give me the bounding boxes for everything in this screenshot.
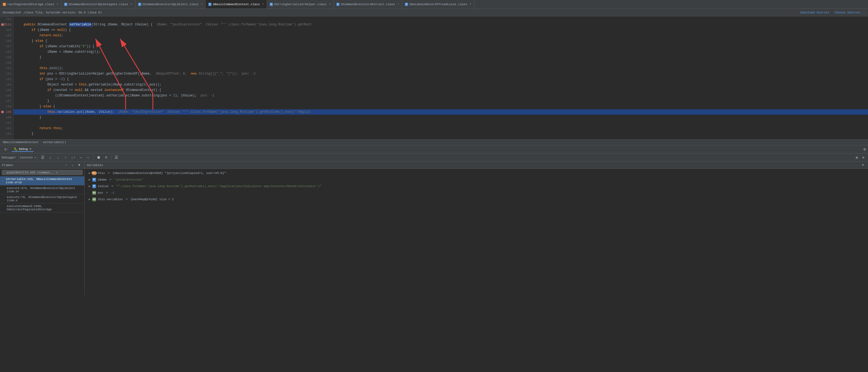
- toolbar-btn-step-into[interactable]: ↓: [54, 154, 61, 161]
- layout-btn-1[interactable]: ▤: [854, 155, 860, 160]
- tab-close-2[interactable]: ×: [131, 3, 132, 6]
- debug-tab-debug[interactable]: 🐛 Debug ×: [12, 147, 34, 152]
- var-item-variables: ▶ oo this.variables = {HashMap@24189} si…: [85, 196, 868, 203]
- tab-close-6[interactable]: ×: [397, 3, 399, 6]
- tab-label-5: OStringSerializerHelper.class: [274, 3, 327, 6]
- var-name-this: this: [98, 171, 105, 176]
- var-icon-pos: oo: [92, 191, 96, 195]
- code-line-140: }: [14, 115, 868, 120]
- breakpoint-dot-123: [1, 23, 4, 26]
- toolbar-btn-breakpoints[interactable]: ⏺: [95, 154, 102, 161]
- frame-item-3[interactable]: executeCommand:3400, OAbstractPaginatedS…: [0, 203, 84, 212]
- code-line-137: }: [14, 98, 868, 104]
- code-line-141: [14, 120, 868, 126]
- gutter: 122 @ 123 124 125 126 127 128 129 130 13…: [0, 17, 14, 139]
- var-name-ivalue: iValue: [98, 184, 108, 189]
- tab-ocommandexecutorsqldelegate[interactable]: C OCommandExecutorSQLDelegate.class ×: [61, 0, 135, 8]
- toolbar-btn-mute[interactable]: ≡: [103, 154, 110, 161]
- variables-add-btn[interactable]: +: [860, 163, 866, 168]
- toolbar-btn-settings[interactable]: ☰: [113, 154, 120, 161]
- debug-tab-close[interactable]: ×: [29, 147, 31, 151]
- line-num-123: @ 123: [0, 22, 13, 27]
- info-links: Download Sources Choose Sources...: [800, 11, 865, 14]
- tab-close-7[interactable]: ×: [470, 3, 471, 6]
- breadcrumb-method: setVariable(): [43, 141, 66, 144]
- tab-close-4[interactable]: ×: [262, 3, 264, 6]
- toolbar-btn-resume[interactable]: ☰: [39, 154, 46, 161]
- tab-close-5[interactable]: ×: [329, 3, 331, 6]
- console-dropdown[interactable]: ▾: [34, 156, 36, 159]
- line-num-142: 142: [0, 126, 13, 131]
- var-expand-variables[interactable]: ▶: [88, 198, 91, 201]
- tab-icon-2: C: [64, 3, 67, 6]
- tab-obasiccommandcontext[interactable]: C OBasicCommandContext.class ×: [206, 0, 267, 8]
- tab-ractpaginatedstorage[interactable]: C ractPaginatedStorage.class ×: [0, 0, 61, 8]
- frame-label-1: execute:474, OCommandExecutorSQLSelect (…: [7, 187, 82, 193]
- frames-list: ✓ setVariable:163, OBasicCommandContext …: [0, 176, 84, 295]
- debug-tab-bar: g: 🐛 Debug × ⚙: [0, 145, 868, 153]
- line-num-130: 130: [0, 60, 13, 65]
- line-numbers: 122 @ 123 124 125 126 127 128 129 130 13…: [0, 17, 13, 137]
- thread-selector[interactable]: ✓ qtp629547173-435 <commun... ▾: [2, 170, 83, 175]
- line-num-124: 124: [0, 27, 13, 33]
- tab-icon-1: C: [3, 3, 6, 6]
- code-line-143: }: [14, 131, 868, 137]
- frame-item-0[interactable]: ✓ setVariable:163, OBasicCommandContext …: [0, 176, 84, 185]
- toolbar-btn-evaluate[interactable]: →: [77, 154, 84, 161]
- toolbar-btn-run-to-cursor[interactable]: ↓↑: [70, 154, 77, 161]
- tab-icon-5: C: [270, 3, 273, 6]
- line-num-125: 125: [0, 33, 13, 38]
- var-name-iname: iName: [98, 177, 107, 182]
- tab-ocommandexecutorabstract[interactable]: C OCommandExecutorAbstract.class ×: [334, 0, 402, 8]
- tab-odatabaserecordthreadlocal[interactable]: C ODatabaseRecordThreadLocal.class ×: [402, 0, 474, 8]
- var-expand-this[interactable]: ▶: [88, 172, 91, 175]
- code-line-133: if (pos > -1) {: [14, 77, 868, 82]
- layout-btn-2[interactable]: ⊞: [860, 155, 866, 160]
- code-line-139: this.variables.put(iName, iValue); iName…: [14, 109, 868, 115]
- variables-panel-header: Variables +: [85, 162, 868, 169]
- code-line-123: public OCommandContext setVariable(Strin…: [14, 22, 868, 27]
- code-line-134: Object nested = this.getVariable(iName.s…: [14, 82, 868, 87]
- frames-panel-title: Frames: [2, 164, 13, 167]
- breakpoint-dot-139: [1, 111, 4, 113]
- var-expand-ivalue[interactable]: ▶: [88, 184, 91, 188]
- frames-up-btn[interactable]: ↑: [63, 163, 69, 168]
- var-val-ivalue: "".class.forName('java.lang.Runtime').ge…: [116, 184, 321, 189]
- line-num-140: 140: [0, 115, 13, 120]
- debug-tab-g-label: g:: [4, 147, 8, 151]
- tab-close-1[interactable]: ×: [57, 3, 58, 6]
- choose-sources-link[interactable]: Choose Sources...: [835, 11, 865, 14]
- code-line-136: ((OCommandContext)nested).setVariable(iN…: [14, 93, 868, 98]
- var-expand-iname[interactable]: ▶: [88, 178, 91, 181]
- code-line-127: if (iName.startsWith("$")) {: [14, 44, 868, 49]
- toolbar-btn-step-over[interactable]: ↓: [47, 154, 54, 161]
- frames-down-btn[interactable]: ↓: [70, 163, 75, 168]
- var-icon-variables: oo: [92, 198, 96, 201]
- download-sources-link[interactable]: Download Sources: [800, 11, 829, 14]
- debug-tab-g[interactable]: g:: [2, 147, 10, 152]
- tab-close-3[interactable]: ×: [201, 3, 203, 6]
- debug-settings-button[interactable]: ⚙: [864, 147, 866, 151]
- code-line-122: [14, 17, 868, 22]
- frame-item-2[interactable]: execute:70, OCommandExecutorSQLDelegate …: [0, 195, 84, 203]
- frames-filter-btn[interactable]: ▼: [76, 163, 82, 168]
- var-expand-pos: [88, 191, 91, 195]
- thread-dropdown-icon: ▾: [56, 171, 58, 174]
- toolbar-btn-step-out[interactable]: ↑: [62, 154, 69, 161]
- code-line-130: [14, 60, 868, 65]
- tab-ocommandexecutorsqlselect[interactable]: C OCommandExecutorSQLSelect.class ×: [135, 0, 206, 8]
- tab-ostringserializerhelper[interactable]: C OStringSerializerHelper.class ×: [267, 0, 334, 8]
- frame-label-2: execute:70, OCommandExecutorSQLDelegate …: [7, 196, 82, 202]
- var-item-pos: oo pos = -1: [85, 190, 868, 196]
- tab-icon-7: C: [405, 3, 408, 6]
- tab-label-1: ractPaginatedStorage.class: [7, 3, 54, 6]
- frames-panel: Frames ↑ ↓ ▼ ✓ qtp629547173-435 <commun.…: [0, 162, 85, 295]
- var-item-this: ▶ this this = {OBasicCommandContext@2405…: [85, 170, 868, 176]
- frame-item-1[interactable]: execute:474, OCommandExecutorSQLSelect (…: [0, 185, 84, 195]
- debug-icon: 🐛: [14, 147, 18, 151]
- thread-label: qtp629547173-435 <commun...: [6, 171, 55, 174]
- code-line-135: if (nested != null && nested instanceof …: [14, 87, 868, 93]
- line-num-135: 135: [0, 87, 13, 93]
- toolbar-btn-back[interactable]: ←: [85, 154, 92, 161]
- frames-panel-header-left: Frames: [2, 164, 13, 167]
